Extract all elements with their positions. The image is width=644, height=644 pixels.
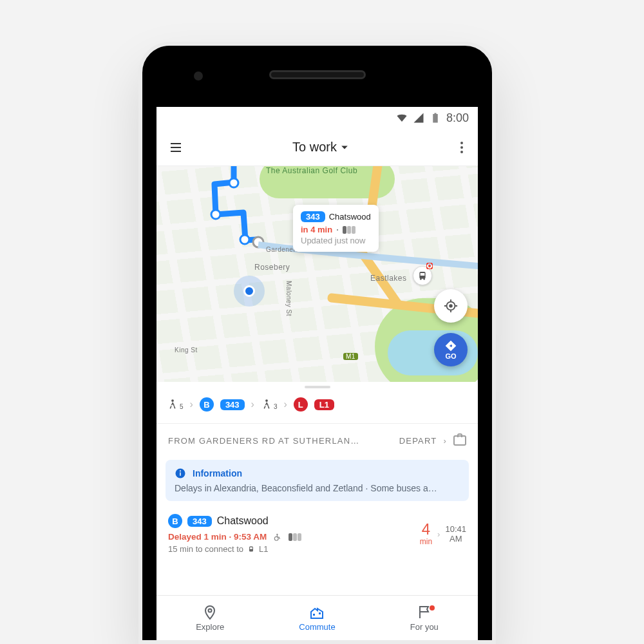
destination-selector[interactable]: To work [189, 140, 452, 155]
go-button[interactable]: GO [434, 333, 468, 366]
route-pill: 343 [187, 516, 212, 527]
chevron-right-icon: › [283, 399, 287, 410]
road-shield: M1 [343, 353, 358, 360]
map-suburb: Eastlakes [370, 274, 407, 283]
menu-button[interactable] [163, 140, 189, 155]
service-alert[interactable]: Information Delays in Alexandria, Beacon… [166, 460, 469, 501]
map-poi: The Australian Golf Club [266, 166, 357, 175]
briefcase-icon [453, 435, 466, 446]
svg-point-4 [211, 210, 220, 219]
chevron-right-icon: › [437, 529, 440, 539]
pin-icon [202, 605, 218, 620]
nav-label: Commute [299, 622, 335, 632]
crosshair-icon [444, 299, 458, 313]
departure-destination: Chatswood [217, 515, 269, 527]
lightrail-badge: L [294, 397, 308, 412]
map-suburb: Rosebery [254, 263, 290, 272]
walk-step: 5 [167, 399, 184, 410]
chevron-right-icon: › [190, 399, 193, 410]
chevron-down-icon [341, 144, 348, 151]
svg-point-15 [265, 399, 268, 402]
svg-point-6 [240, 235, 249, 244]
delay-status: Delayed 1 min · 9:53 AM [168, 532, 267, 542]
svg-point-5 [229, 178, 238, 187]
live-bus-marker[interactable] [413, 266, 432, 285]
minutes-unit: min [420, 537, 432, 546]
app-bar: To work [156, 129, 478, 166]
tram-icon [247, 545, 255, 553]
svg-point-2 [460, 146, 463, 149]
connection-line: L1 [259, 544, 268, 554]
svg-point-1 [460, 142, 463, 144]
bottom-sheet[interactable]: 5 › B 343 › 3 › L L1 FROM GARDENERS RD A… [156, 386, 478, 565]
from-stop: FROM GARDENERS RD AT SUTHERLAN… [168, 436, 393, 446]
phone-frame: 8:00 To work [138, 42, 496, 644]
nav-for-you[interactable]: For you [371, 596, 478, 640]
overflow-button[interactable] [452, 140, 471, 155]
chevron-right-icon: › [251, 399, 254, 410]
svg-rect-25 [319, 612, 321, 614]
nav-label: For you [410, 622, 439, 632]
bus-icon [417, 270, 428, 281]
info-icon [175, 468, 186, 479]
bus-mode-badge: B [168, 514, 182, 528]
svg-point-3 [460, 151, 463, 153]
svg-point-11 [423, 278, 425, 280]
nav-label: Explore [196, 622, 224, 632]
svg-point-10 [420, 278, 422, 280]
speaker-grille [269, 70, 366, 79]
arrival-unit: AM [445, 534, 466, 544]
commute-icon [309, 605, 325, 620]
svg-point-14 [171, 399, 174, 402]
walk-icon [261, 399, 272, 410]
signal-icon [413, 112, 424, 124]
tooltip-updated: Updated just now [301, 236, 371, 245]
bus-mode-badge: B [200, 397, 214, 412]
clock: 8:00 [446, 111, 469, 125]
svg-rect-0 [434, 113, 436, 115]
alert-title: Information [193, 468, 242, 478]
camera-dot [194, 71, 203, 80]
current-location-dot [243, 285, 255, 297]
nav-explore[interactable]: Explore [156, 596, 263, 640]
locate-me-button[interactable] [434, 289, 468, 323]
arrival-time: 10:41 [445, 524, 466, 534]
alert-body: Delays in Alexandria, Beaconsfield and Z… [175, 483, 460, 493]
navigate-icon [444, 339, 457, 352]
route-pill: 343 [301, 211, 325, 222]
notification-dot [430, 605, 435, 611]
nav-commute[interactable]: Commute [263, 596, 370, 640]
line-pill: L1 [314, 399, 334, 410]
svg-point-13 [449, 304, 453, 308]
map-street: Maloney St [285, 281, 292, 316]
wifi-icon [396, 112, 408, 124]
svg-rect-22 [250, 547, 252, 549]
wheelchair-icon [273, 533, 282, 542]
departure-row[interactable]: B 343 Chatswood Delayed 1 min · 9:53 AM … [156, 504, 478, 564]
tooltip-destination: Chatswood [329, 212, 371, 222]
chevron-right-icon: › [443, 436, 447, 446]
route-steps: 5 › B 343 › 3 › L L1 [156, 388, 478, 424]
occupancy-icon [343, 226, 355, 234]
transit-tooltip[interactable]: 343 Chatswood in 4 min · Updated just no… [293, 205, 379, 252]
map-street: King St [175, 346, 198, 354]
hamburger-icon [168, 140, 184, 155]
svg-rect-24 [313, 614, 315, 616]
battery-icon [430, 112, 441, 124]
walk-step: 3 [261, 399, 278, 410]
page-title: To work [292, 140, 337, 155]
screen: 8:00 To work [156, 107, 478, 640]
side-button [496, 265, 502, 336]
walk-icon [167, 399, 178, 410]
status-bar: 8:00 [156, 107, 478, 129]
svg-rect-17 [180, 473, 181, 476]
svg-point-20 [277, 533, 278, 535]
route-pill: 343 [220, 399, 245, 410]
occupancy-icon [289, 533, 301, 541]
tooltip-eta: in 4 min [301, 225, 332, 234]
from-depart-row[interactable]: FROM GARDENERS RD AT SUTHERLAN… DEPART › [156, 424, 478, 457]
side-button [496, 355, 502, 392]
map-view[interactable]: The Australian Golf Club Rosebery Eastla… [156, 166, 478, 382]
svg-rect-9 [421, 273, 425, 276]
svg-point-18 [180, 470, 181, 471]
